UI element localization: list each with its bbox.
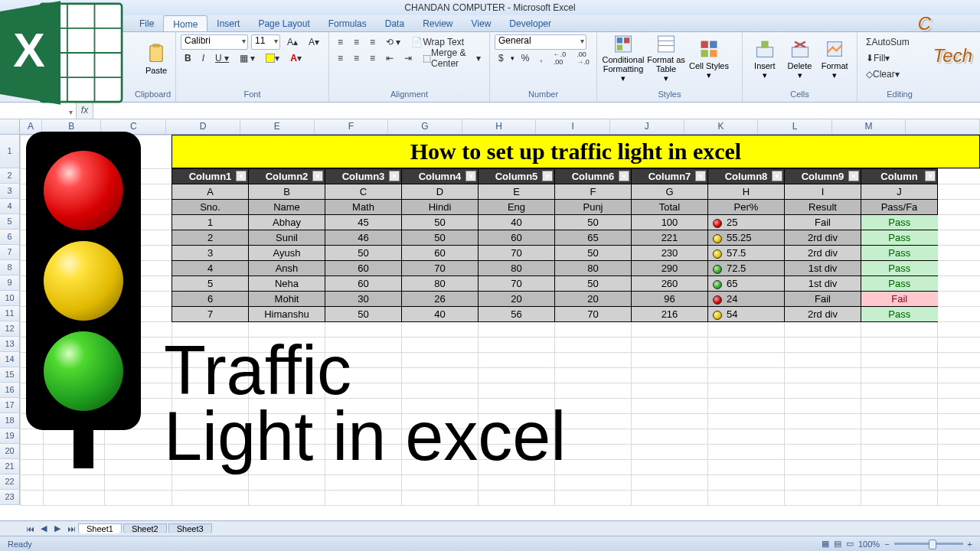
table-cell[interactable]: 60 bbox=[479, 230, 555, 246]
row-header-7[interactable]: 7 bbox=[0, 245, 20, 260]
cell-styles-button[interactable]: Cell Styles ▾ bbox=[688, 34, 730, 84]
tab-review[interactable]: Review bbox=[413, 15, 462, 31]
filter-icon[interactable]: ▾ bbox=[619, 171, 629, 181]
tab-formulas[interactable]: Formulas bbox=[319, 15, 376, 31]
table-header[interactable]: Column7▾ bbox=[632, 169, 708, 184]
table-cell[interactable]: Pass bbox=[861, 261, 938, 276]
row-header-5[interactable]: 5 bbox=[0, 214, 20, 230]
table-cell[interactable]: 80 bbox=[555, 261, 632, 276]
table-cell[interactable]: Neha bbox=[249, 276, 325, 292]
table-cell[interactable]: Pass bbox=[861, 276, 938, 292]
table-cell[interactable]: Hindi bbox=[402, 200, 479, 215]
sheet-nav-next[interactable]: ▶ bbox=[51, 523, 64, 533]
table-cell[interactable]: 1st div bbox=[785, 276, 861, 292]
align-right-button[interactable]: ≡ bbox=[366, 51, 379, 66]
table-cell[interactable]: 216 bbox=[632, 307, 708, 322]
table-cell[interactable]: 60 bbox=[325, 276, 402, 292]
row-header-22[interactable]: 22 bbox=[0, 474, 20, 490]
col-header-J[interactable]: J bbox=[610, 119, 684, 134]
filter-icon[interactable]: ▾ bbox=[925, 171, 936, 181]
formula-input[interactable] bbox=[93, 103, 980, 119]
row-header-6[interactable]: 6 bbox=[0, 230, 20, 245]
table-cell[interactable]: 4 bbox=[172, 261, 249, 276]
table-cell[interactable]: 20 bbox=[479, 292, 555, 307]
table-cell[interactable]: 55.25 bbox=[708, 230, 785, 246]
row-header-11[interactable]: 11 bbox=[0, 306, 20, 321]
table-cell[interactable]: 80 bbox=[402, 276, 479, 292]
view-pagebreak-button[interactable]: ▭ bbox=[846, 539, 854, 549]
table-cell[interactable]: 40 bbox=[479, 215, 555, 230]
filter-icon[interactable]: ▾ bbox=[236, 171, 247, 181]
table-cell[interactable]: 65 bbox=[708, 276, 785, 292]
table-cell[interactable]: Fail bbox=[785, 215, 861, 230]
table-cell[interactable]: 260 bbox=[632, 276, 708, 292]
table-cell[interactable]: Punj bbox=[555, 200, 632, 215]
row-header-16[interactable]: 16 bbox=[0, 383, 20, 398]
font-family-select[interactable]: Calibri bbox=[181, 34, 248, 50]
table-cell[interactable]: B bbox=[249, 184, 325, 200]
table-cell[interactable]: 1 bbox=[172, 215, 249, 230]
col-header-I[interactable]: I bbox=[536, 119, 610, 134]
table-cell[interactable]: Pass bbox=[861, 246, 938, 261]
table-cell[interactable]: A bbox=[172, 184, 249, 200]
conditional-formatting-button[interactable]: Conditional Formatting ▾ bbox=[602, 34, 645, 84]
align-middle-button[interactable]: ≡ bbox=[350, 34, 363, 50]
comma-button[interactable]: , bbox=[536, 51, 546, 66]
filter-icon[interactable]: ▾ bbox=[542, 171, 553, 181]
table-cell[interactable]: 50 bbox=[555, 276, 632, 292]
table-cell[interactable]: Eng bbox=[479, 200, 555, 215]
sheet-tab-sheet2[interactable]: Sheet2 bbox=[123, 523, 167, 533]
row-header-14[interactable]: 14 bbox=[0, 352, 20, 367]
table-cell[interactable]: 72.5 bbox=[708, 261, 785, 276]
bold-button[interactable]: B bbox=[181, 51, 195, 66]
table-cell[interactable]: 20 bbox=[555, 292, 632, 307]
percent-button[interactable]: % bbox=[518, 51, 534, 66]
paste-button[interactable]: Paste bbox=[135, 34, 178, 84]
table-cell[interactable]: 96 bbox=[632, 292, 708, 307]
table-cell[interactable]: Per% bbox=[708, 200, 785, 215]
table-cell[interactable]: 5 bbox=[172, 276, 249, 292]
zoom-level[interactable]: 100% bbox=[858, 540, 880, 549]
table-header[interactable]: Column2▾ bbox=[249, 169, 325, 184]
table-cell[interactable]: Sno. bbox=[172, 200, 249, 215]
row-header-12[interactable]: 12 bbox=[0, 321, 20, 337]
table-cell[interactable]: 50 bbox=[325, 246, 402, 261]
row-header-9[interactable]: 9 bbox=[0, 276, 20, 291]
table-cell[interactable]: Pass/Fa bbox=[861, 200, 938, 215]
table-cell[interactable]: Abhay bbox=[249, 215, 325, 230]
table-cell[interactable]: Mohit bbox=[249, 292, 325, 307]
filter-icon[interactable]: ▾ bbox=[389, 171, 400, 181]
table-cell[interactable]: Pass bbox=[861, 307, 938, 322]
view-layout-button[interactable]: ▤ bbox=[834, 539, 841, 549]
table-cell[interactable]: Math bbox=[325, 200, 402, 215]
row-header-3[interactable]: 3 bbox=[0, 184, 20, 199]
increase-font-button[interactable]: A▴ bbox=[283, 34, 302, 50]
table-cell[interactable]: 30 bbox=[325, 292, 402, 307]
table-cell[interactable]: D bbox=[402, 184, 479, 200]
table-cell[interactable]: 40 bbox=[402, 307, 479, 322]
insert-cells-button[interactable]: Insert ▾ bbox=[747, 34, 782, 84]
table-cell[interactable]: 100 bbox=[632, 215, 708, 230]
decrease-indent-button[interactable]: ⇤ bbox=[382, 51, 397, 66]
col-header-D[interactable]: D bbox=[166, 119, 240, 134]
table-cell[interactable]: Total bbox=[632, 200, 708, 215]
table-cell[interactable]: 290 bbox=[632, 261, 708, 276]
table-cell[interactable]: 50 bbox=[325, 307, 402, 322]
increase-indent-button[interactable]: ⇥ bbox=[400, 51, 416, 66]
table-cell[interactable]: 24 bbox=[708, 292, 785, 307]
table-cell[interactable]: Name bbox=[249, 200, 325, 215]
table-cell[interactable]: Fail bbox=[785, 292, 861, 307]
align-center-button[interactable]: ≡ bbox=[350, 51, 363, 66]
font-color-button[interactable]: A ▾ bbox=[286, 51, 305, 66]
table-cell[interactable]: 80 bbox=[479, 261, 555, 276]
format-as-table-button[interactable]: Format as Table ▾ bbox=[645, 34, 688, 84]
table-cell[interactable]: 221 bbox=[632, 230, 708, 246]
border-button[interactable]: ▦ ▾ bbox=[236, 51, 259, 66]
table-cell[interactable]: I bbox=[785, 184, 861, 200]
table-cell[interactable]: Ansh bbox=[249, 261, 325, 276]
table-cell[interactable]: Ayush bbox=[249, 246, 325, 261]
table-header[interactable]: Column4▾ bbox=[402, 169, 479, 184]
row-header-2[interactable]: 2 bbox=[0, 168, 20, 184]
col-header-H[interactable]: H bbox=[462, 119, 537, 134]
table-cell[interactable]: F bbox=[555, 184, 632, 200]
